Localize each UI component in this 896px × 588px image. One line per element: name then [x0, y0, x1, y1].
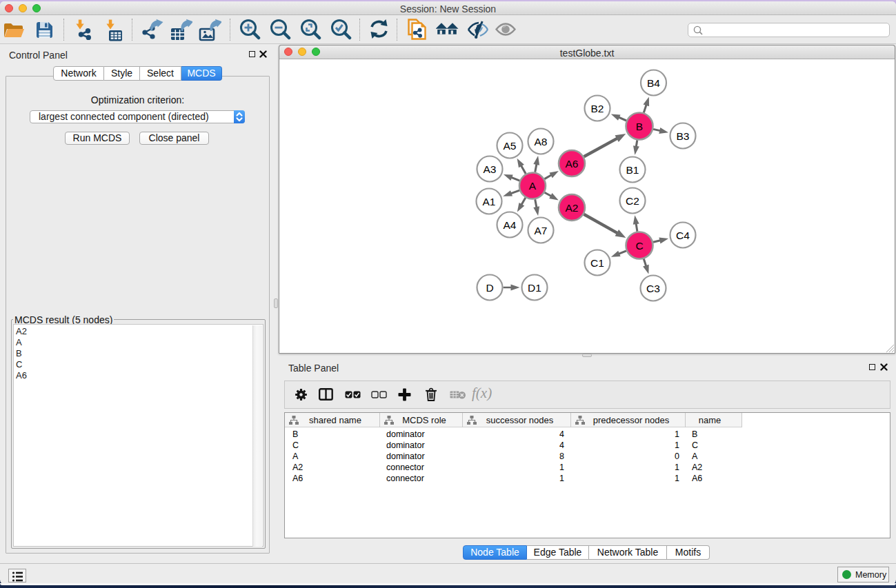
- svg-text:C: C: [635, 240, 643, 252]
- svg-text:C1: C1: [590, 257, 604, 269]
- svg-text:A3: A3: [484, 163, 497, 175]
- svg-text:A8: A8: [535, 136, 548, 148]
- svg-text:B: B: [636, 121, 643, 132]
- svg-text:B1: B1: [626, 164, 639, 176]
- svg-text:A1: A1: [483, 196, 496, 207]
- svg-text:A2: A2: [566, 202, 579, 214]
- svg-text:A6: A6: [566, 158, 579, 170]
- svg-text:A5: A5: [504, 140, 517, 152]
- svg-text:C2: C2: [626, 195, 639, 207]
- svg-text:D: D: [486, 282, 493, 294]
- svg-text:A7: A7: [535, 225, 548, 236]
- svg-text:B4: B4: [647, 77, 660, 89]
- svg-text:D1: D1: [528, 282, 541, 294]
- svg-text:B3: B3: [677, 130, 690, 142]
- svg-text:C4: C4: [676, 230, 690, 241]
- svg-text:A: A: [529, 180, 537, 192]
- svg-text:C3: C3: [646, 283, 660, 294]
- svg-text:B2: B2: [591, 103, 604, 114]
- svg-text:A4: A4: [504, 219, 517, 231]
